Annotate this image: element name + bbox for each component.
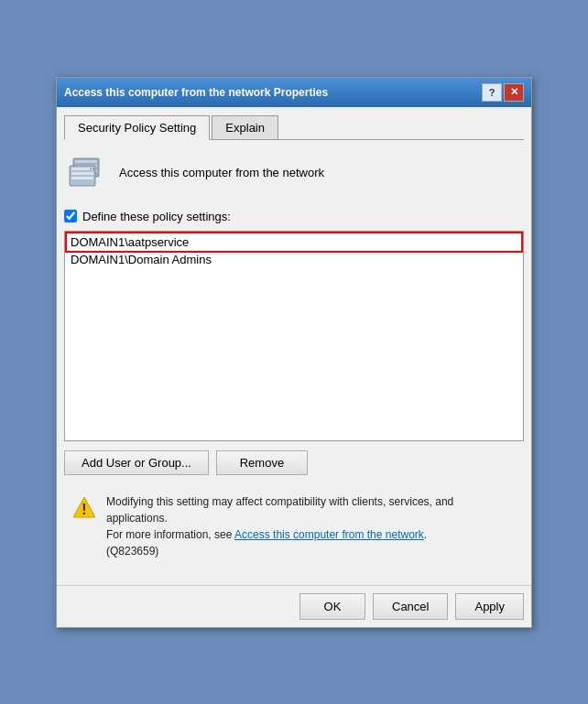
dialog-buttons: OK Cancel Apply	[57, 585, 531, 627]
svg-text:!: !	[82, 502, 86, 517]
tab-explain[interactable]: Explain	[212, 115, 278, 140]
svg-point-8	[90, 168, 92, 169]
warning-text1: Modifying this setting may affect compat…	[106, 495, 453, 525]
users-listbox[interactable]: DOMAIN1\aatpservice DOMAIN1\Domain Admin…	[64, 231, 524, 441]
ok-button[interactable]: OK	[299, 593, 365, 620]
close-button[interactable]: ✕	[504, 83, 524, 102]
warning-text4: (Q823659)	[106, 545, 158, 558]
title-bar-buttons: ? ✕	[482, 83, 524, 102]
remove-button[interactable]: Remove	[216, 450, 308, 475]
define-policy-checkbox[interactable]	[64, 210, 77, 222]
svg-rect-6	[71, 172, 93, 175]
add-user-button[interactable]: Add User or Group...	[64, 450, 209, 475]
help-button[interactable]: ?	[482, 83, 502, 102]
list-item[interactable]: DOMAIN1\Domain Admins	[67, 251, 521, 268]
tab-security-policy[interactable]: Security Policy Setting	[64, 115, 210, 140]
warning-link[interactable]: Access this computer from the network	[234, 528, 424, 541]
main-content: Security Policy Setting Explain Access t…	[57, 107, 531, 585]
list-actions: Add User or Group... Remove	[64, 450, 524, 475]
policy-title: Access this computer from the network	[119, 166, 324, 179]
title-bar: Access this computer from the network Pr…	[57, 78, 531, 107]
tab-bar: Security Policy Setting Explain	[64, 114, 524, 140]
warning-icon: !	[71, 495, 97, 521]
window-title: Access this computer from the network Pr…	[64, 86, 328, 99]
apply-button[interactable]: Apply	[455, 593, 524, 620]
warning-text3: .	[424, 528, 427, 541]
warning-section: ! Modifying this setting may affect comp…	[64, 486, 524, 567]
define-policy-row: Define these policy settings:	[64, 210, 524, 223]
warning-text2: For more information, see	[106, 528, 234, 541]
cancel-button[interactable]: Cancel	[373, 593, 448, 620]
server-icon	[64, 155, 108, 191]
svg-point-9	[93, 168, 94, 169]
warning-text: Modifying this setting may affect compat…	[106, 493, 517, 559]
svg-rect-7	[71, 177, 93, 179]
policy-header: Access this computer from the network	[64, 151, 524, 195]
properties-window: Access this computer from the network Pr…	[56, 77, 532, 628]
list-item[interactable]: DOMAIN1\aatpservice	[67, 233, 521, 251]
define-policy-label: Define these policy settings:	[82, 210, 231, 223]
svg-rect-1	[75, 160, 97, 163]
